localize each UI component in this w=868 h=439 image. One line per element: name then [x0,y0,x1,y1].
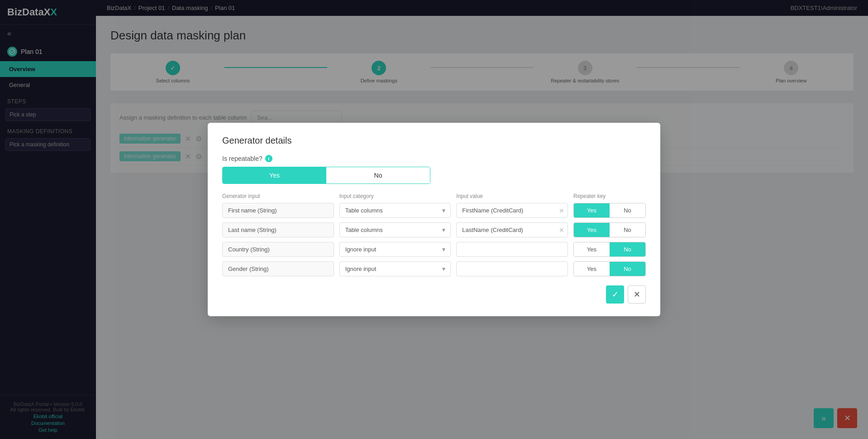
toggle-no-button[interactable]: No [326,167,430,183]
generator-row-2: Table columns Ignore input ▼ ✕ Yes No [222,222,646,237]
repeatable-label: Is repeatable? i [222,155,646,162]
gen-select-1[interactable]: Table columns Ignore input [339,203,451,218]
repeatable-section: Is repeatable? i Yes No [222,155,646,184]
repeater-key-toggle-3: Yes No [573,242,646,257]
gen-value-input-4[interactable] [456,261,568,276]
header-value: Input value [456,193,568,199]
gen-select-wrapper-1: Table columns Ignore input ▼ [339,203,451,218]
modal-footer: ✓ ✕ [222,285,646,304]
gen-value-clear-2[interactable]: ✕ [559,227,564,234]
gen-value-wrapper-2: ✕ [456,222,568,237]
confirm-icon: ✓ [612,289,619,299]
gen-value-input-1[interactable] [456,203,568,218]
gen-value-clear-1[interactable]: ✕ [559,207,564,214]
generator-row-4: Table columns Ignore input ▼ Yes No [222,261,646,276]
info-icon: i [265,155,272,162]
repeater-key-toggle-4: Yes No [573,261,646,276]
generator-row-1: Table columns Ignore input ▼ ✕ Yes No [222,203,646,218]
gen-value-input-3[interactable] [456,242,568,257]
generator-row-3: Table columns Ignore input ▼ Yes No [222,242,646,257]
gen-value-wrapper-4 [456,261,568,276]
rk-yes-2[interactable]: Yes [574,223,610,237]
rk-yes-1[interactable]: Yes [574,203,610,217]
gen-select-4[interactable]: Table columns Ignore input [339,261,451,276]
gen-select-wrapper-3: Table columns Ignore input ▼ [339,242,451,257]
gen-select-wrapper-4: Table columns Ignore input ▼ [339,261,451,276]
gen-select-wrapper-2: Table columns Ignore input ▼ [339,222,451,237]
rk-yes-4[interactable]: Yes [574,262,610,276]
header-category: Input category [339,193,451,199]
modal-title: Generator details [222,135,646,146]
rk-no-1[interactable]: No [610,203,645,217]
modal-cancel-button[interactable]: ✕ [628,285,646,304]
repeatable-text: Is repeatable? [222,155,262,162]
toggle-yes-button[interactable]: Yes [223,167,326,183]
gen-select-3[interactable]: Table columns Ignore input [339,242,451,257]
rk-no-2[interactable]: No [610,223,645,237]
modal-confirm-button[interactable]: ✓ [606,285,624,304]
gen-select-2[interactable]: Table columns Ignore input [339,222,451,237]
gen-input-1[interactable] [222,203,334,218]
rk-yes-3[interactable]: Yes [574,242,610,256]
rk-no-3[interactable]: No [610,242,645,256]
repeater-key-toggle-2: Yes No [573,222,646,237]
gen-input-4[interactable] [222,261,334,276]
modal: Generator details Is repeatable? i Yes N… [208,123,660,316]
modal-overlay: Generator details Is repeatable? i Yes N… [0,0,868,439]
repeatable-toggle: Yes No [222,167,430,184]
header-input: Generator input [222,193,334,199]
cancel-icon: ✕ [634,289,640,299]
generator-table: Generator input Input category Input val… [222,193,646,276]
rk-no-4[interactable]: No [610,262,645,276]
repeater-key-toggle-1: Yes No [573,203,646,218]
gen-input-3[interactable] [222,242,334,257]
gen-value-wrapper-3 [456,242,568,257]
gen-value-input-2[interactable] [456,222,568,237]
generator-header: Generator input Input category Input val… [222,193,646,199]
gen-value-wrapper-1: ✕ [456,203,568,218]
header-repeater-key: Repeater key [573,193,646,199]
gen-input-2[interactable] [222,222,334,237]
